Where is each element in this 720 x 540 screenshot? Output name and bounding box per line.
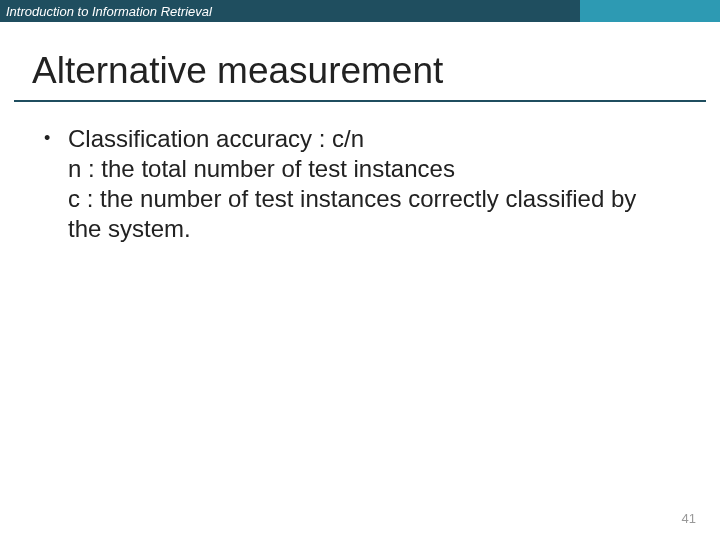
bullet-line-2: n : the total number of test instances <box>68 154 676 184</box>
header-bar: Introduction to Information Retrieval <box>0 0 720 22</box>
title-underline <box>14 100 706 102</box>
page-number: 41 <box>682 511 696 526</box>
header-title: Introduction to Information Retrieval <box>6 4 212 19</box>
bullet-marker: • <box>44 124 68 153</box>
header-bar-right <box>580 0 720 22</box>
bullet-item: • Classification accuracy : c/n <box>44 124 676 154</box>
slide-title: Alternative measurement <box>32 50 720 92</box>
header-bar-left: Introduction to Information Retrieval <box>0 0 580 22</box>
slide-content: • Classification accuracy : c/n n : the … <box>44 124 676 244</box>
bullet-line-1: Classification accuracy : c/n <box>68 124 676 154</box>
bullet-line-3: c : the number of test instances correct… <box>68 184 676 244</box>
